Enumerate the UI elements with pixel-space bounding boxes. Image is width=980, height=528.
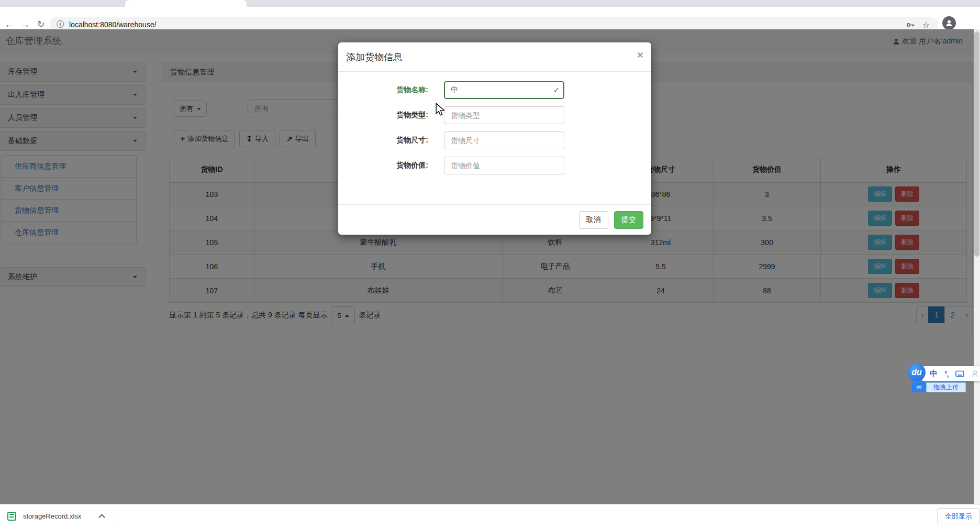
modal-title: 添加货物信息 bbox=[346, 52, 403, 62]
ime-chinese-mode-icon[interactable]: 中 bbox=[930, 369, 938, 379]
browser-active-tab[interactable] bbox=[125, 0, 247, 7]
field-cargo-name: 货物名称: ✓ bbox=[338, 81, 651, 99]
cargo-name-input[interactable] bbox=[444, 81, 564, 99]
download-shelf: storageRecord.xlsx 全部显示 bbox=[0, 504, 980, 528]
modal-footer: 取消 提交 bbox=[338, 204, 651, 235]
field-cargo-value: 货物价值: bbox=[338, 157, 651, 174]
cargo-value-input[interactable] bbox=[444, 157, 564, 174]
field-cargo-size: 货物尺寸: bbox=[338, 131, 651, 149]
cancel-button[interactable]: 取消 bbox=[579, 211, 608, 229]
bookmark-star-icon[interactable]: ☆ bbox=[922, 20, 930, 30]
ime-user-icon[interactable] bbox=[971, 370, 979, 378]
browser-profile-avatar[interactable] bbox=[942, 16, 956, 30]
ime-punctuation-icon[interactable]: °, bbox=[944, 370, 949, 378]
mouse-cursor bbox=[435, 103, 445, 116]
chevron-up-icon[interactable] bbox=[98, 514, 105, 521]
password-key-icon[interactable] bbox=[906, 20, 915, 29]
add-cargo-modal: 添加货物信息 × 货物名称: ✓ 货物类型: 货物尺寸: 货物价值: bbox=[338, 42, 651, 235]
site-info-icon[interactable]: ⓘ bbox=[57, 20, 64, 29]
modal-body: 货物名称: ✓ 货物类型: 货物尺寸: 货物价值: bbox=[338, 72, 651, 174]
browser-toolbar: ← → ↻ ⓘ localhost:8080/warehouse/ ☆ bbox=[0, 7, 980, 29]
valid-check-icon: ✓ bbox=[553, 85, 560, 95]
submit-button[interactable]: 提交 bbox=[614, 211, 643, 229]
browser-tab-strip bbox=[0, 0, 980, 7]
ime-netdisk-icon[interactable]: ∞ bbox=[912, 382, 926, 392]
cargo-type-label: 货物类型: bbox=[338, 111, 428, 120]
show-all-downloads-button[interactable]: 全部显示 bbox=[937, 508, 980, 524]
ime-logo[interactable]: du bbox=[908, 364, 926, 381]
modal-header: 添加货物信息 × bbox=[338, 42, 651, 72]
cargo-value-label: 货物价值: bbox=[338, 161, 428, 170]
excel-file-icon bbox=[7, 512, 16, 521]
cargo-type-input[interactable] bbox=[444, 106, 564, 124]
scrollbar-thumb[interactable] bbox=[974, 31, 979, 257]
divider bbox=[117, 504, 117, 528]
avatar-person-icon bbox=[945, 19, 953, 27]
ime-toolbar: 中 °, bbox=[922, 366, 980, 381]
downloaded-file[interactable]: storageRecord.xlsx bbox=[23, 504, 81, 528]
cargo-name-label: 货物名称: bbox=[338, 85, 428, 95]
url-text: localhost:8080/warehouse/ bbox=[69, 20, 157, 29]
close-icon[interactable]: × bbox=[637, 49, 643, 60]
ime-drag-upload-badge[interactable]: 拖拽上传 bbox=[926, 382, 966, 392]
ime-keyboard-icon[interactable] bbox=[955, 370, 964, 378]
cargo-size-label: 货物尺寸: bbox=[338, 136, 428, 145]
cargo-size-input[interactable] bbox=[444, 131, 564, 149]
field-cargo-type: 货物类型: bbox=[338, 106, 651, 124]
